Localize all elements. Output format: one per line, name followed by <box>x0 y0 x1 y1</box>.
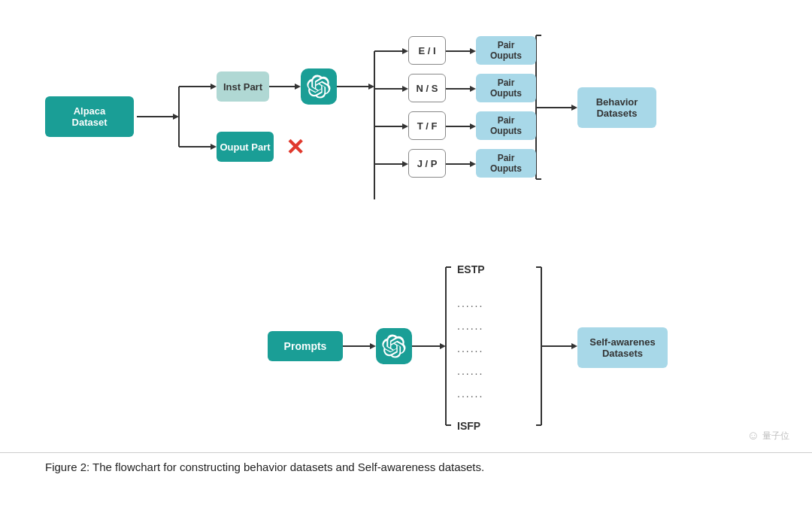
watermark: ☺ 量子位 <box>747 429 789 442</box>
behavior-datasets-box: Behavior Datasets <box>577 87 656 128</box>
dots-1: ...... <box>457 297 483 309</box>
inst-part-box: Inst Part <box>217 71 269 102</box>
ouput-part-box: Ouput Part <box>217 132 274 162</box>
dots-2: ...... <box>457 320 483 332</box>
pair-outputs-2: Pair Ouputs <box>476 74 536 102</box>
pair-outputs-3: Pair Ouputs <box>476 111 536 140</box>
alpaca-dataset-box: Alpaca Dataset <box>45 96 134 137</box>
dots-4: ...... <box>457 365 483 377</box>
gpt-icon-bottom <box>376 328 412 364</box>
isfp-label: ISFP <box>457 420 480 432</box>
gpt-svg-top <box>307 74 331 99</box>
pair-outputs-4: Pair Ouputs <box>476 149 536 178</box>
dots-5: ...... <box>457 388 483 400</box>
self-awareness-box: Self-awarenes Datasets <box>577 327 668 368</box>
pair-outputs-1: Pair Ouputs <box>476 36 536 65</box>
gpt-svg-bottom <box>382 334 406 358</box>
ns-box: N / S <box>408 74 446 102</box>
caption-text: Figure 2: The flowchart for constructing… <box>45 461 484 473</box>
jp-box: J / P <box>408 149 446 178</box>
tf-box: T / F <box>408 111 446 140</box>
bottom-section: Prompts ESTP ...... ...... ...... ......… <box>0 248 812 482</box>
ei-box: E / I <box>408 36 446 65</box>
caption-bar: Figure 2: The flowchart for constructing… <box>0 452 812 482</box>
dots-3: ...... <box>457 342 483 354</box>
diagram-container: Alpaca Dataset Inst Part Ouput Part ✕ E … <box>0 0 812 482</box>
top-section: Alpaca Dataset Inst Part Ouput Part ✕ E … <box>0 0 812 248</box>
estp-label: ESTP <box>457 263 485 275</box>
x-mark: ✕ <box>286 134 304 160</box>
prompts-box: Prompts <box>268 331 343 361</box>
gpt-icon-top <box>301 68 337 105</box>
